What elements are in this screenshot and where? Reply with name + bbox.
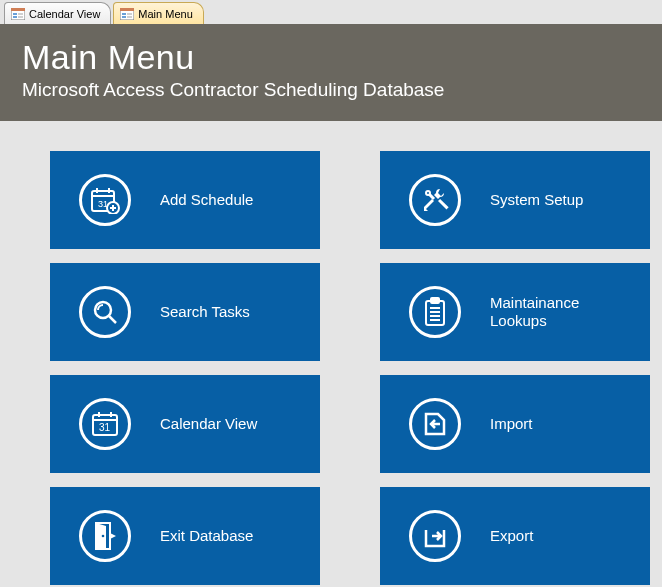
svg-line-24 — [109, 316, 116, 323]
svg-rect-11 — [127, 16, 132, 18]
svg-point-37 — [102, 535, 105, 538]
svg-text:31: 31 — [99, 422, 111, 433]
tools-icon — [409, 174, 461, 226]
tile-maint-lookups[interactable]: Maintainance Lookups — [380, 263, 650, 361]
tile-calendar-view[interactable]: 31 Calendar View — [50, 375, 320, 473]
tab-bar: Calendar View Main Menu — [0, 0, 662, 24]
svg-rect-26 — [431, 298, 439, 303]
tile-label: Calendar View — [160, 415, 257, 433]
tile-label: Search Tasks — [160, 303, 250, 321]
tab-label: Main Menu — [138, 8, 192, 20]
tile-label: Add Schedule — [160, 191, 253, 209]
svg-rect-8 — [122, 13, 126, 15]
tile-label: Export — [490, 527, 533, 545]
svg-rect-10 — [122, 16, 126, 18]
tile-import[interactable]: Import — [380, 375, 650, 473]
calendar-icon: 31 — [79, 398, 131, 450]
tab-label: Calendar View — [29, 8, 100, 20]
tile-add-schedule[interactable]: 31 Add Schedule — [50, 151, 320, 249]
tile-label: System Setup — [490, 191, 583, 209]
svg-rect-4 — [13, 16, 17, 18]
svg-line-22 — [429, 194, 434, 199]
import-icon — [409, 398, 461, 450]
page-subtitle: Microsoft Access Contractor Scheduling D… — [22, 79, 640, 101]
tile-label: Maintainance Lookups — [490, 294, 630, 330]
tile-system-setup[interactable]: System Setup — [380, 151, 650, 249]
svg-rect-3 — [18, 13, 23, 15]
svg-rect-5 — [18, 16, 23, 18]
clipboard-icon — [409, 286, 461, 338]
svg-rect-9 — [127, 13, 132, 15]
tile-search-tasks[interactable]: Search Tasks — [50, 263, 320, 361]
svg-rect-2 — [13, 13, 17, 15]
tile-exit-database[interactable]: Exit Database — [50, 487, 320, 585]
tile-label: Import — [490, 415, 533, 433]
tile-label: Exit Database — [160, 527, 253, 545]
form-icon — [120, 8, 134, 20]
svg-rect-20 — [438, 199, 449, 210]
exit-door-icon — [79, 510, 131, 562]
tile-export[interactable]: Export — [380, 487, 650, 585]
svg-rect-7 — [120, 8, 134, 11]
header: Main Menu Microsoft Access Contractor Sc… — [0, 24, 662, 121]
svg-rect-1 — [11, 8, 25, 11]
search-icon — [79, 286, 131, 338]
calendar-add-icon: 31 — [79, 174, 131, 226]
tab-main-menu[interactable]: Main Menu — [113, 2, 203, 24]
form-icon — [11, 8, 25, 20]
page-title: Main Menu — [22, 38, 640, 77]
tab-calendar-view[interactable]: Calendar View — [4, 2, 111, 24]
menu-grid: 31 Add Schedule System Setup — [0, 121, 662, 587]
export-icon — [409, 510, 461, 562]
